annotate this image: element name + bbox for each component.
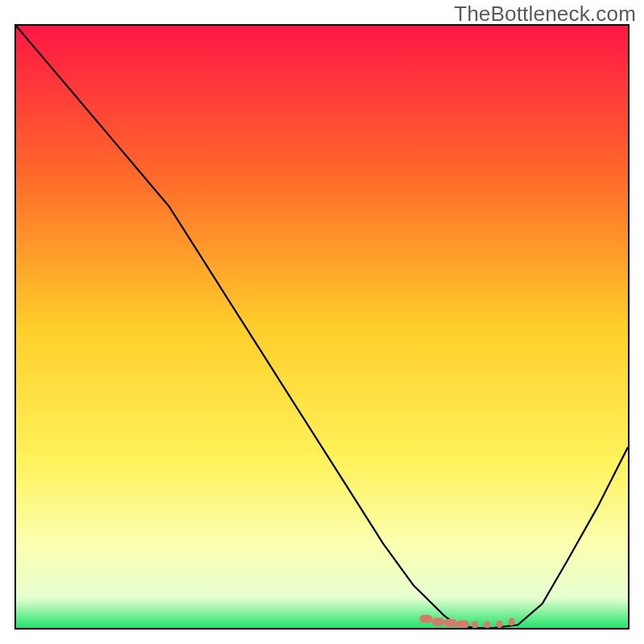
svg-rect-2 [431, 618, 444, 626]
watermark-text: TheBottleneck.com [454, 2, 636, 27]
svg-rect-3 [444, 619, 457, 627]
svg-rect-6 [484, 621, 490, 628]
svg-rect-7 [496, 621, 502, 629]
svg-rect-8 [509, 618, 515, 626]
chart-frame: TheBottleneck.com [0, 0, 644, 644]
svg-rect-1 [419, 615, 432, 623]
bottleneck-marker [419, 615, 514, 628]
svg-rect-5 [472, 621, 478, 628]
curve-layer [16, 26, 628, 628]
plot-area [14, 24, 630, 630]
bottleneck-curve [16, 26, 628, 628]
svg-rect-4 [456, 621, 469, 629]
